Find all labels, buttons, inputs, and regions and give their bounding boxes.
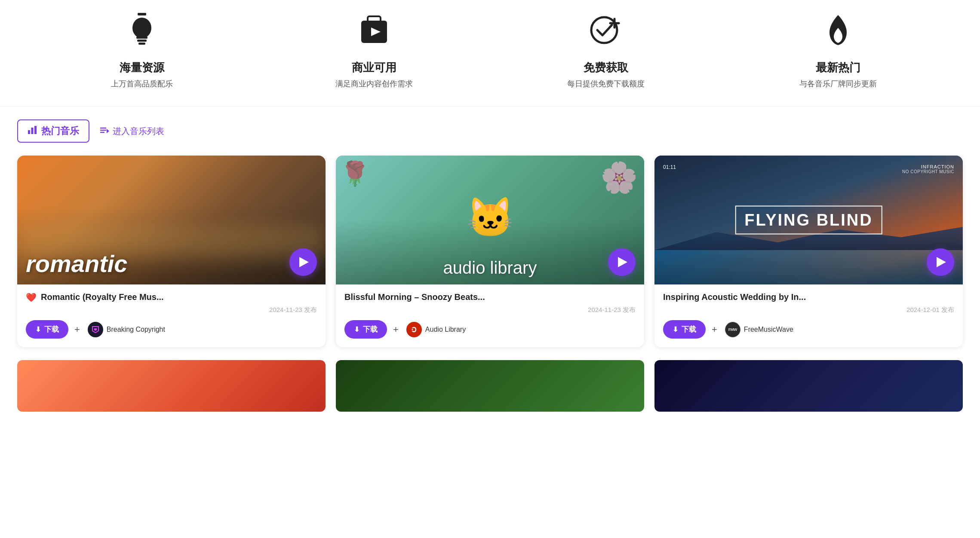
bar-chart-icon [28,125,37,137]
timer-text: 01:11 [663,164,676,170]
card-body-romantic: ❤️ Romantic (Royalty Free Mus... 2024-11… [17,284,326,347]
feature-bulk-desc: 上万首高品质配乐 [111,79,173,89]
svg-point-1 [132,18,151,38]
svg-rect-3 [137,40,147,42]
features-row: 海量资源 上万首高品质配乐 商业可用 满足商业内容创作需求 免费获取 每日提供免… [0,0,980,107]
card-date-romantic: 2024-11-23 发布 [26,306,317,314]
channel-name-fmw: FreeMusicWave [744,326,793,333]
music-card-flying[interactable]: INFRACTION NO COPYRIGHT MUSIC 01:11 FLYI… [654,156,963,347]
channel-badge-audio: Audio Library [406,322,466,337]
svg-marker-17 [107,129,109,133]
channel-badge-romantic: Breaking Copyright [88,322,165,337]
download-icon-romantic: ⬇ [35,325,41,333]
channel-icon-fmw: FMW [725,322,740,337]
hot-music-tab-label: 热门音乐 [41,125,79,138]
feature-latest-title: 最新热门 [816,60,860,75]
card-title-row-flying: Inspiring Acoustic Wedding by In... [663,291,954,303]
bottom-thumb-2[interactable] [336,360,644,412]
playlist-icon [100,125,109,137]
card-actions-flying: ⬇ 下载 + FMW FreeMusicWave [663,320,954,339]
play-button-flying[interactable] [927,248,954,276]
svg-point-8 [591,17,617,43]
music-list-nav-label: 进入音乐列表 [113,125,164,137]
card-thumbnail-audio: 🌸 🌹 🐱 audio library [336,156,644,284]
card-actions-audio: ⬇ 下载 + Audio Library [344,320,636,339]
audio-library-text: audio library [344,258,636,278]
feature-commercial-title: 商业可用 [352,60,396,75]
music-cards-grid: romantic ❤️ Romantic (Royalty Free Mus..… [0,151,980,360]
svg-rect-2 [136,37,147,39]
hot-music-tab[interactable]: 热门音乐 [17,119,89,143]
romantic-text: romantic [26,250,317,278]
section-header: 热门音乐 进入音乐列表 [0,107,980,151]
feature-bulk-resources: 海量资源 上万首高品质配乐 [26,13,258,89]
audio-library-label-container: audio library [336,251,644,284]
card-thumbnail-flying: INFRACTION NO COPYRIGHT MUSIC 01:11 FLYI… [654,156,963,284]
card-title-row-romantic: ❤️ Romantic (Royalty Free Mus... [26,291,317,303]
svg-point-22 [412,329,413,330]
card-actions-romantic: ⬇ 下载 + Breaking Copyright [26,320,317,339]
card-body-flying: Inspiring Acoustic Wedding by In... 2024… [654,284,963,347]
download-button-romantic[interactable]: ⬇ 下载 [26,320,68,339]
download-button-flying[interactable]: ⬇ 下载 [663,320,706,339]
infraction-text: INFRACTION [902,164,954,169]
svg-rect-11 [28,130,30,134]
music-card-romantic[interactable]: romantic ❤️ Romantic (Royalty Free Mus..… [17,156,326,347]
card-body-audio: Blissful Morning – Snoozy Beats... 2024-… [336,284,644,347]
feature-commercial-desc: 满足商业内容创作需求 [335,79,413,89]
channel-name-al: Audio Library [425,326,466,333]
bottom-thumbnails-row [0,360,980,425]
card-date-flying: 2024-12-01 发布 [663,306,954,314]
card-title-romantic: Romantic (Royalty Free Mus... [41,291,317,303]
svg-rect-13 [34,126,37,134]
feature-commercial: 商业可用 满足商业内容创作需求 [258,13,490,89]
card-title-audio: Blissful Morning – Snoozy Beats... [344,291,636,303]
add-button-romantic[interactable]: + [74,324,80,335]
play-button-audio[interactable] [608,248,636,276]
add-button-flying[interactable]: + [712,324,717,335]
download-icon-audio: ⬇ [354,325,359,333]
bottom-thumb-3[interactable] [654,360,963,412]
flying-blind-text: FLYING BLIND [744,211,873,229]
heart-icon-romantic: ❤️ [26,292,37,303]
music-card-audio[interactable]: 🌸 🌹 🐱 audio library Blissful Morning – S… [336,156,644,347]
svg-rect-4 [138,43,145,45]
svg-rect-0 [138,13,146,15]
music-list-nav[interactable]: 进入音乐列表 [100,125,164,137]
svg-marker-19 [94,328,97,331]
svg-rect-12 [31,128,34,134]
channel-name-bc: Breaking Copyright [107,326,165,333]
feature-free-desc: 每日提供免费下载额度 [567,79,645,89]
play-button-romantic[interactable] [289,248,317,276]
feature-latest-desc: 与各音乐厂牌同步更新 [799,79,877,89]
feature-latest-hot: 最新热门 与各音乐厂牌同步更新 [722,13,954,89]
play-bag-icon [359,13,389,53]
fire-icon [825,13,851,53]
card-thumbnail-romantic: romantic [17,156,326,284]
card-date-audio: 2024-11-23 发布 [344,306,636,314]
download-icon-flying: ⬇ [673,325,678,333]
checkmark-plus-icon [589,13,623,53]
feature-free-access: 免费获取 每日提供免费下载额度 [490,13,722,89]
channel-badge-fmw: FMW FreeMusicWave [725,322,793,337]
bottom-thumb-1[interactable] [17,360,326,412]
feature-free-title: 免费获取 [584,60,628,75]
channel-icon-al [406,322,422,337]
add-button-audio[interactable]: + [393,324,399,335]
channel-icon-bc [88,322,103,337]
feature-bulk-title: 海量资源 [120,60,164,75]
card-title-row-audio: Blissful Morning – Snoozy Beats... [344,291,636,303]
romantic-label-container: romantic [17,243,326,284]
no-copyright-text: NO COPYRIGHT MUSIC [902,169,954,174]
download-button-audio[interactable]: ⬇ 下载 [344,320,387,339]
bulb-icon [127,13,157,53]
card-title-flying: Inspiring Acoustic Wedding by In... [663,291,954,303]
